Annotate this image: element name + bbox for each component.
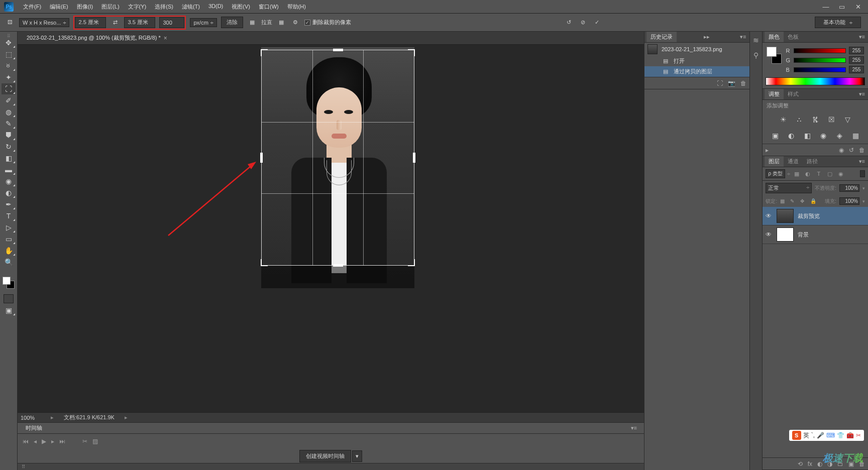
blend-mode-dropdown[interactable]: 正常 ÷ <box>766 183 812 193</box>
menu-type[interactable]: 文字(Y) <box>125 2 150 12</box>
quick-mask-button[interactable] <box>4 294 14 303</box>
gradient-tool[interactable]: ▬ <box>2 164 16 175</box>
layer-item-background[interactable]: 👁 背景 <box>763 225 868 244</box>
move-tool[interactable]: ✥ <box>2 37 16 48</box>
channels-tab[interactable]: 通道 <box>784 156 803 167</box>
layer-filter-dropdown[interactable]: ρ 类型 <box>766 169 785 178</box>
create-video-timeline-button[interactable]: 创建视频时间轴 <box>299 450 351 462</box>
fill-input[interactable] <box>839 197 859 205</box>
b-slider[interactable] <box>794 67 846 72</box>
crop-preset-dropdown[interactable]: W x H x Reso...÷ <box>19 18 69 27</box>
black-white-icon[interactable]: ◧ <box>802 131 812 141</box>
clear-button[interactable]: 清除 <box>221 17 243 28</box>
timeline-tab[interactable]: 时间轴 <box>22 423 46 433</box>
timeline-next-frame-icon[interactable]: ▸ <box>51 438 54 445</box>
document-image[interactable] <box>261 47 414 288</box>
color-tab[interactable]: 颜色 <box>765 32 784 42</box>
zoom-arrow-icon[interactable]: ▸ <box>51 414 54 421</box>
canvas-viewport[interactable] <box>18 45 644 412</box>
minimize-button[interactable]: — <box>820 2 832 11</box>
history-item-open[interactable]: ▤ 打开 <box>644 56 749 66</box>
color-balance-icon[interactable]: ◐ <box>786 131 796 141</box>
magic-wand-tool[interactable]: ✦ <box>2 72 16 83</box>
filter-smart-icon[interactable]: ◉ <box>836 170 845 178</box>
visibility-icon[interactable]: 👁 <box>766 212 773 219</box>
opacity-input[interactable] <box>839 184 859 192</box>
menu-edit[interactable]: 编辑(E) <box>46 2 72 12</box>
adjustments-menu-icon[interactable]: ▾≡ <box>856 91 868 97</box>
brightness-contrast-icon[interactable]: ☀ <box>778 114 788 125</box>
ime-indicator[interactable]: S 英 `, 🎤 ⌨ 👕 🧰 ✂ <box>789 430 864 441</box>
lock-transparent-icon[interactable]: ▦ <box>780 198 787 204</box>
straighten-icon[interactable]: ▦ <box>247 18 257 28</box>
ime-skin-icon[interactable]: 👕 <box>837 432 844 439</box>
crop-tool[interactable]: ⛶ <box>2 83 16 94</box>
new-snapshot-icon[interactable]: ⛶ <box>717 80 723 87</box>
filter-pixel-icon[interactable]: ▦ <box>792 170 801 178</box>
lasso-tool[interactable]: ఠ <box>2 60 16 71</box>
paths-tab[interactable]: 路径 <box>803 156 822 167</box>
strip-icon-1[interactable]: ≋ <box>751 36 761 45</box>
adj-delete-icon[interactable]: 🗑 <box>859 147 865 154</box>
cancel-crop-icon[interactable]: ⊘ <box>578 18 588 28</box>
dodge-tool[interactable]: ◐ <box>2 187 16 198</box>
clone-stamp-tool[interactable]: ⛊ <box>2 130 16 141</box>
timeline-menu-icon[interactable]: ▾≡ <box>628 425 640 431</box>
lock-all-icon[interactable]: 🔒 <box>810 198 817 204</box>
menu-help[interactable]: 帮助(H) <box>284 2 309 12</box>
document-tab[interactable]: 2023-02-21_135823.png @ 100% (裁剪预览, RGB/… <box>22 32 172 44</box>
adjustments-tab[interactable]: 调整 <box>765 89 784 99</box>
eyedropper-tool[interactable]: ✐ <box>2 95 16 106</box>
foreground-color[interactable] <box>3 277 11 285</box>
menu-view[interactable]: 视图(V) <box>228 2 254 12</box>
resolution-unit-dropdown[interactable]: px/cm ÷ <box>190 18 216 27</box>
zoom-tool[interactable]: 🔍 <box>2 257 16 268</box>
layers-tab[interactable]: 图层 <box>765 156 784 167</box>
overlay-options-icon[interactable]: ▦ <box>276 18 286 28</box>
brush-tool[interactable]: ✎ <box>2 118 16 129</box>
path-selection-tool[interactable]: ▷ <box>2 222 16 233</box>
strip-icon-2[interactable]: ⚲ <box>751 51 761 60</box>
pen-tool[interactable]: ✒ <box>2 199 16 210</box>
layer-item-crop-preview[interactable]: 👁 裁剪预览 <box>763 207 868 225</box>
doc-info-arrow-icon[interactable]: ▸ <box>125 414 128 421</box>
swatches-tab[interactable]: 色板 <box>784 32 803 42</box>
lock-position-icon[interactable]: ✥ <box>800 198 807 204</box>
timeline-first-frame-icon[interactable]: ⏮ <box>23 438 29 445</box>
layer-style-icon[interactable]: fx <box>808 460 812 467</box>
maximize-button[interactable]: ▭ <box>836 2 848 11</box>
menu-3d[interactable]: 3D(D) <box>205 2 227 12</box>
visibility-icon[interactable]: 👁 <box>766 231 773 238</box>
history-collapse-icon[interactable]: ▸▸ <box>701 34 713 40</box>
ime-keyboard-icon[interactable]: ⌨ <box>826 432 835 439</box>
exposure-icon[interactable]: ☒ <box>826 114 836 125</box>
crop-height-input[interactable] <box>124 17 155 28</box>
timeline-cut-icon[interactable]: ✂ <box>82 438 87 445</box>
close-button[interactable]: ✕ <box>852 2 864 11</box>
commit-crop-icon[interactable]: ✓ <box>592 18 602 28</box>
menu-file[interactable]: 文件(F) <box>20 2 45 12</box>
history-item-layer-via-copy[interactable]: ▤ 通过拷贝的图层 <box>644 66 749 77</box>
timeline-play-icon[interactable]: ▶ <box>42 438 46 445</box>
menu-select[interactable]: 选择(S) <box>151 2 177 12</box>
foreground-swatch[interactable] <box>767 47 777 57</box>
document-close-icon[interactable]: × <box>164 35 167 42</box>
ime-scissors-icon[interactable]: ✂ <box>856 432 861 439</box>
color-ramp[interactable] <box>766 77 865 85</box>
color-lookup-icon[interactable]: ▦ <box>850 131 860 141</box>
layer-mask-icon[interactable]: ◐ <box>817 460 822 467</box>
g-value-input[interactable] <box>849 56 864 64</box>
r-value-input[interactable] <box>849 47 864 54</box>
crop-tool-icon[interactable]: ⚄ <box>5 18 15 28</box>
timeline-prev-frame-icon[interactable]: ◂ <box>34 438 37 445</box>
timeline-footer-grip[interactable]: ⠿ <box>22 464 25 469</box>
blur-tool[interactable]: ◉ <box>2 176 16 187</box>
filter-shape-icon[interactable]: ▢ <box>825 170 834 178</box>
zoom-input[interactable] <box>21 415 41 421</box>
hand-tool[interactable]: ✋ <box>2 245 16 256</box>
crop-resolution-input[interactable] <box>159 17 184 28</box>
ime-toolbox-icon[interactable]: 🧰 <box>846 432 854 439</box>
history-menu-icon[interactable]: ▾≡ <box>737 34 749 40</box>
eraser-tool[interactable]: ◧ <box>2 153 16 164</box>
history-root-item[interactable]: 2023-02-21_135823.png <box>644 43 749 56</box>
